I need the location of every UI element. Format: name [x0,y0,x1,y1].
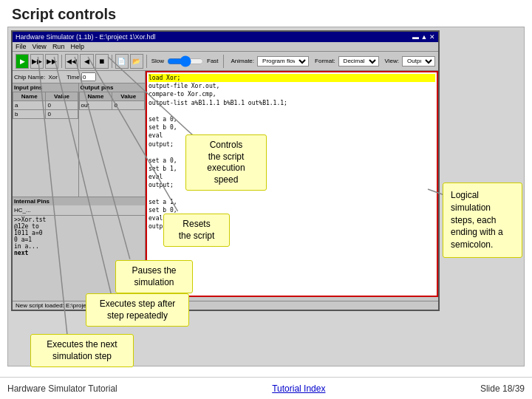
internal-pins-content: HC_... [13,205,145,215]
internal-pins-panel: Internal Pins HC_... [13,197,145,215]
slide-container: Hardware Simulator (1.1b) - E:\project 1… [7,27,525,366]
script-line-1: >>Xor.tst [14,216,143,223]
output-pins-table: Name Value out 0 [79,92,146,110]
toolbar-sep-1 [61,55,62,68]
menu-help[interactable]: Help [70,43,84,50]
callout-resets-script-text: Resetsthe script [179,219,215,241]
format-area: Format: Decimal [315,56,379,66]
time-label: Time [66,74,79,81]
page-title: Script controls [0,0,532,27]
toolbar-sep-3 [146,55,147,68]
table-row: a 0 [13,101,78,110]
chip-name-row: Chip Name: Xor Time [13,71,145,83]
toolbar-sep-2 [112,55,112,68]
animate-area: Animate: Program flow [231,56,309,66]
code-line-16: set a 1, [149,198,435,206]
script-line-5: in a... [14,243,143,250]
menu-run[interactable]: Run [52,43,65,50]
input-pins-label: Input pins [13,83,78,92]
output-pins-label: Output pins [79,83,146,92]
menu-view[interactable]: View [33,43,47,50]
callout-controls-speed: Controlsthe scriptexecutionspeed [185,134,267,191]
animate-label: Animate: [231,58,254,64]
code-line-highlighted: load Xor; [149,74,435,82]
callout-executes-step-after: Executes step afterstep repeatedly [86,293,189,327]
toolbar-btn-play[interactable]: ▶ [16,54,29,69]
code-line-7: set b 0, [149,123,435,132]
view-combo[interactable]: Output [402,56,435,66]
time-input[interactable] [81,72,96,81]
callout-logical-steps-text: Logicalsimulationsteps, eachending with … [451,190,503,250]
sim-title-text: Hardware Simulator (1.1b) - E:\project 1… [16,33,156,41]
code-line-6: set a 0, [149,115,435,123]
code-line-15 [149,190,435,198]
view-area: View: Output [385,56,435,66]
tutorial-index-link[interactable]: Tutorial Index [272,383,325,394]
speed-fast-label: Fast [205,58,220,64]
input-value-col: Value [46,92,78,101]
callout-pauses-simulation: Pauses thesimulation [115,260,193,293]
sim-statusbar: New script loaded: E:\project 1\Xor.tst [13,301,438,310]
input-pin-a-value: 0 [46,101,78,110]
toolbar-btn-step-back[interactable]: ◀ [80,54,93,69]
pins-area: Input pins Name Value a [13,83,145,197]
callout-logical-steps: Logicalsimulationsteps, eachending with … [443,183,522,258]
output-value-col: Value [112,92,145,101]
script-line-2: @12e to [14,223,143,230]
toolbar-btn-open[interactable]: 📂 [130,54,143,69]
script-line-4: 0 a=1 [14,236,143,243]
input-pins-panel: Input pins Name Value a [13,83,79,197]
output-pin-out-name: out [79,101,112,110]
toolbar-btn-step-forward-2[interactable]: ▶▶ [45,54,58,69]
speed-slider[interactable] [167,57,204,66]
slide-number: Slide 18/39 [480,383,525,394]
code-line-4: output-list a%B1.1.1 b%B1.1 out%B1.1.1; [149,99,435,107]
sim-window-controls: ▬ ▲ ✕ [412,33,435,41]
format-label: Format: [315,58,335,64]
script-line-3: 1011 a=0 [14,230,143,236]
menu-file[interactable]: File [16,43,27,50]
hc-row: HC_... [14,207,143,214]
callout-executes-step-after-text: Executes step afterstep repeatedly [100,299,176,321]
callout-executes-next-text: Executes the nextsimulation step [47,339,117,361]
callout-controls-speed-text: Controlsthe scriptexecutionspeed [207,140,245,185]
script-output-area: >>Xor.tst @12e to 1011 a=0 0 a=1 in a...… [13,215,145,259]
callout-pauses-simulation-text: Pauses thesimulation [132,265,176,287]
script-next-label: next [14,250,143,256]
chip-label: Chip Name: [14,74,45,81]
toolbar-btn-back[interactable]: ◀◀ [65,54,78,69]
output-pins-panel: Output pins Name Value out [79,83,146,197]
callout-resets-script: Resetsthe script [163,214,230,247]
callout-executes-next: Executes the nextsimulation step [30,334,134,367]
view-label: View: [385,58,399,64]
table-row: out 0 [79,101,145,110]
table-row: b 0 [13,110,78,119]
sim-toolbar: ▶ ▶▶ ▶▶ ◀◀ ◀ ⏹ 📄 📂 Slow Fast Animate: Pr… [13,52,438,71]
animate-combo[interactable]: Program flow [257,56,309,66]
bottom-bar: Hardware Simulator Tutorial Tutorial Ind… [0,377,532,399]
speed-slow-label: Slow [150,58,166,64]
input-pin-b-value: 0 [46,110,78,119]
toolbar-btn-step-forward-1[interactable]: ▶▶ [30,54,44,69]
output-name-col: Name [79,92,112,101]
sim-menubar: File View Run Help [13,42,438,52]
toolbar-btn-new[interactable]: 📄 [115,54,129,69]
code-line-3: compare-to Xor.cmp, [149,90,435,98]
internal-pins-label: Internal Pins [13,197,145,205]
sim-titlebar: Hardware Simulator (1.1b) - E:\project 1… [13,32,438,42]
format-combo[interactable]: Decimal [338,56,379,66]
code-line-5 [149,107,435,115]
input-pin-b-name: b [13,110,46,119]
output-pin-out-value: 0 [112,101,145,110]
input-pin-a-name: a [13,101,46,110]
input-name-col: Name [13,92,46,101]
bottom-left-text: Hardware Simulator Tutorial [7,383,117,394]
toolbar-sep-4 [223,55,224,68]
chip-name-value: Xor [48,74,57,81]
input-pins-table: Name Value a 0 b [13,92,78,119]
code-line-2: output-file Xor.out, [149,82,435,90]
toolbar-btn-stop[interactable]: ⏹ [95,54,109,69]
